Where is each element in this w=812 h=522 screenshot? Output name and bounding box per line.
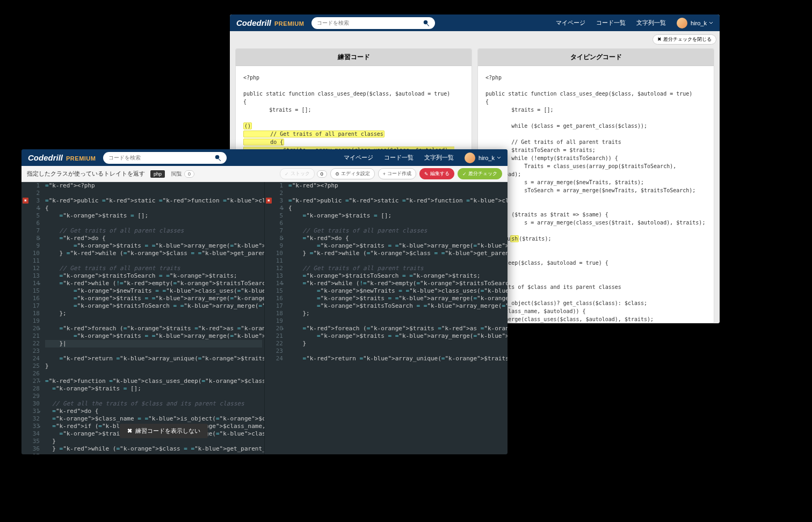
search-icon[interactable] xyxy=(423,20,430,26)
avatar xyxy=(677,18,687,28)
page-title: 指定したクラスが使っているトレイトを返す xyxy=(27,170,145,178)
header-back: Codedrill PREMIUM マイページ コード一覧 文字列一覧 hiro… xyxy=(230,15,720,31)
diff-right-content: <?php public static function class_uses_… xyxy=(478,66,714,323)
close-icon[interactable]: ✖ xyxy=(127,427,132,434)
lang-chip: php xyxy=(150,170,165,178)
edit-button[interactable]: ✎ 編集する xyxy=(419,168,454,179)
editor-window: Codedrill PREMIUM マイページ コード一覧 文字列一覧 hiro… xyxy=(21,149,508,454)
close-diff-button[interactable]: ✖ 差分チェックを閉じる xyxy=(653,34,716,45)
stock-count: 0 xyxy=(317,170,327,178)
logo-premium: PREMIUM xyxy=(66,155,96,162)
tooltip-label: 練習コードを表示しない xyxy=(135,427,200,435)
subheader: 指定したクラスが使っているトレイトを返す php 閲覧0 ✓ ストック 0 ⚙ … xyxy=(21,166,508,182)
logo-premium: PREMIUM xyxy=(274,20,304,27)
diff-check-button[interactable]: ✓ 差分チェック xyxy=(458,168,502,179)
create-code-button[interactable]: + コード作成 xyxy=(378,168,416,179)
close-diff-label: 差分チェックを閉じる xyxy=(663,37,712,42)
user-menu[interactable]: hiro_k xyxy=(465,153,501,163)
nav-strings[interactable]: 文字列一覧 xyxy=(424,154,454,162)
chevron-down-icon xyxy=(497,156,501,160)
logo[interactable]: Codedrill PREMIUM xyxy=(236,18,304,27)
editor-left[interactable]: 12✖34▾5678▾91011121314▾151617181920▾2122… xyxy=(21,182,265,454)
views-count: 0 xyxy=(184,170,194,178)
avatar xyxy=(465,153,475,163)
editor-settings-button[interactable]: ⚙ エディタ設定 xyxy=(330,168,375,179)
hide-practice-tooltip[interactable]: ✖ 練習コードを表示しない xyxy=(120,424,208,438)
logo-front[interactable]: Codedrill PREMIUM xyxy=(28,153,96,162)
search-input-front[interactable] xyxy=(108,155,215,161)
user-menu[interactable]: hiro_k xyxy=(677,18,713,28)
editors: 12✖34▾5678▾91011121314▾151617181920▾2122… xyxy=(21,182,508,454)
diff-right-header: タイピングコード xyxy=(478,49,714,66)
nav-codes[interactable]: コード一覧 xyxy=(596,19,626,27)
views-label: 閲覧0 xyxy=(171,170,194,178)
user-name: hiro_k xyxy=(691,20,707,26)
diff-panel-right: タイピングコード <?php public static function cl… xyxy=(477,48,714,323)
search-icon[interactable] xyxy=(215,155,221,161)
search-input[interactable] xyxy=(317,20,423,26)
nav-strings[interactable]: 文字列一覧 xyxy=(636,19,666,27)
chevron-down-icon xyxy=(709,21,713,25)
editor-right[interactable]: 12✖34▾5678▾91011121314▾151617181920▾2122… xyxy=(265,182,508,454)
stock-button: ✓ ストック xyxy=(280,168,315,179)
nav-mypage[interactable]: マイページ xyxy=(344,154,373,162)
nav-mypage[interactable]: マイページ xyxy=(556,19,585,27)
search-box[interactable] xyxy=(311,17,435,29)
nav-codes[interactable]: コード一覧 xyxy=(384,154,414,162)
logo-text: Codedrill xyxy=(236,18,271,27)
diff-left-header: 練習コード xyxy=(236,49,472,66)
search-box-front[interactable] xyxy=(103,152,227,164)
header-front: Codedrill PREMIUM マイページ コード一覧 文字列一覧 hiro… xyxy=(21,149,508,166)
user-name: hiro_k xyxy=(479,155,495,161)
logo-text: Codedrill xyxy=(28,153,63,162)
